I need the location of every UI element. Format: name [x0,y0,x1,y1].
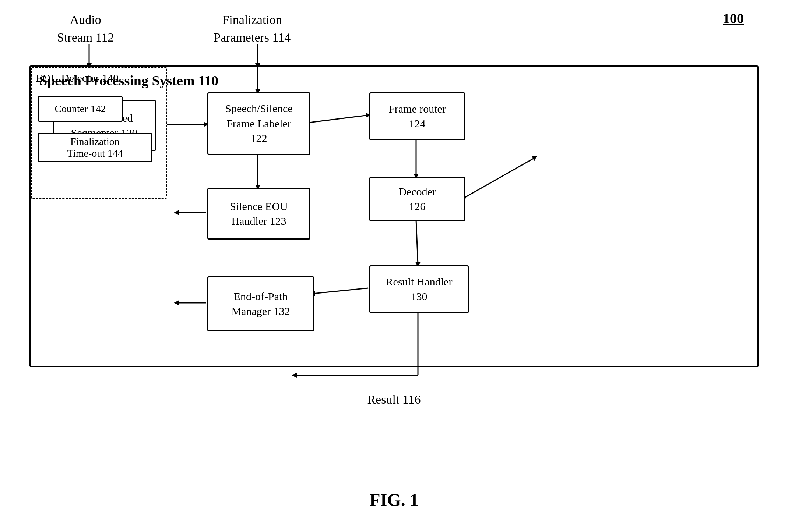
result-label: Result 116 [367,393,421,407]
result-handler-box: Result Handler 130 [369,265,469,313]
decoder-label: Decoder 126 [398,184,436,214]
labeler-box: Speech/Silence Frame Labeler 122 [207,92,310,155]
svg-marker-25 [292,373,297,378]
result-handler-label: Result Handler 130 [386,274,453,304]
frame-router-box: Frame router 124 [369,92,465,140]
eop-manager-box: End-of-Path Manager 132 [207,276,314,331]
page: Audio Stream 112 Finalization Parameters… [0,0,788,532]
audio-stream-label: Audio Stream 112 [57,11,114,46]
grammar-store-area: Grammar Data Store 127 128 Recognition G… [772,81,788,201]
eou-detector-title: EOU Detector 140 [36,72,119,84]
frame-router-label: Frame router 124 [388,102,446,131]
system-box: Speech Processing System 110 Frame-based… [29,65,759,367]
eop-manager-label: End-of-Path Manager 132 [231,289,290,319]
labeler-label: Speech/Silence Frame Labeler 122 [225,101,292,146]
figure-label: FIG. 1 [369,490,418,510]
finalization-timeout-label: Finalization Time-out 144 [67,136,123,159]
finalization-timeout-box: Finalization Time-out 144 [38,133,152,162]
decoder-box: Decoder 126 [369,177,465,221]
grammar-store-label: Grammar Data Store 127 [772,81,788,110]
recog-grammar-label: Recognition Grammar [772,172,788,201]
system-100-label: 100 [723,10,744,26]
counter-box: Counter 142 [38,96,123,122]
silence-eou-box: Silence EOU Handler 123 [207,188,310,240]
counter-label: Counter 142 [54,103,106,115]
finalization-params-label: Finalization Parameters 114 [214,11,291,46]
silence-eou-label: Silence EOU Handler 123 [230,199,288,229]
